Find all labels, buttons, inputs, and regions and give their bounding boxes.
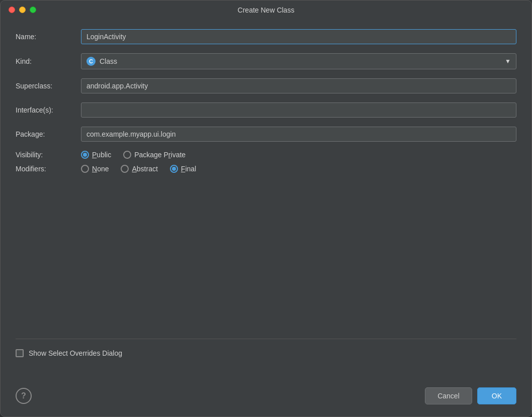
maximize-button[interactable]	[30, 7, 36, 13]
name-row: Name:	[16, 29, 516, 44]
kind-value: Class	[100, 57, 505, 65]
dialog-title: Create New Class	[238, 6, 295, 14]
modifier-none-option[interactable]: None	[81, 165, 109, 173]
visibility-package-private-label: Package Private	[134, 151, 186, 159]
visibility-row: Visibility: Public Package Private	[16, 151, 516, 159]
help-button[interactable]: ?	[16, 388, 32, 404]
modifier-final-option[interactable]: Final	[170, 165, 196, 173]
close-button[interactable]	[9, 7, 15, 13]
interfaces-label: Interface(s):	[16, 106, 81, 114]
name-label: Name:	[16, 33, 81, 41]
modifiers-label: Modifiers:	[16, 165, 81, 173]
modifier-abstract-label: Abstract	[132, 165, 157, 173]
visibility-public-radio[interactable]	[81, 151, 89, 159]
superclass-input[interactable]	[81, 78, 516, 93]
action-buttons: Cancel OK	[425, 387, 516, 404]
modifiers-row: Modifiers: None Abstract Final	[16, 165, 516, 173]
minimize-button[interactable]	[19, 7, 26, 13]
modifiers-radio-group: None Abstract Final	[81, 165, 516, 173]
superclass-label: Superclass:	[16, 82, 81, 90]
name-input[interactable]	[81, 29, 516, 44]
modifier-abstract-option[interactable]: Abstract	[121, 165, 157, 173]
visibility-public-option[interactable]: Public	[81, 151, 111, 159]
interfaces-row: Interface(s):	[16, 102, 516, 118]
modifier-none-radio[interactable]	[81, 165, 89, 173]
visibility-package-private-radio[interactable]	[123, 151, 131, 159]
kind-label: Kind:	[16, 57, 81, 65]
show-overrides-label: Show Select Overrides Dialog	[29, 349, 122, 357]
checkbox-row: Show Select Overrides Dialog	[16, 349, 516, 357]
modifier-final-radio[interactable]	[170, 165, 178, 173]
dialog-window: Create New Class Name: Kind: C Class ▼ S…	[0, 0, 532, 417]
show-overrides-checkbox[interactable]	[16, 349, 24, 357]
dialog-body: Name: Kind: C Class ▼ Superclass: Interf…	[1, 19, 531, 377]
visibility-public-label: Public	[92, 151, 111, 159]
chevron-down-icon: ▼	[505, 58, 511, 65]
visibility-package-private-option[interactable]: Package Private	[123, 151, 186, 159]
kind-row: Kind: C Class ▼	[16, 53, 516, 69]
divider	[16, 339, 516, 339]
visibility-radio-group: Public Package Private	[81, 151, 516, 159]
ok-button[interactable]: OK	[477, 387, 516, 404]
superclass-row: Superclass:	[16, 78, 516, 93]
title-bar: Create New Class	[1, 1, 531, 19]
kind-icon: C	[86, 57, 96, 66]
dialog-footer: ? Cancel OK	[1, 377, 531, 416]
package-input[interactable]	[81, 127, 516, 142]
cancel-button[interactable]: Cancel	[425, 387, 472, 404]
interfaces-input[interactable]	[81, 102, 516, 118]
kind-dropdown[interactable]: C Class ▼	[81, 53, 516, 69]
package-label: Package:	[16, 130, 81, 138]
visibility-label: Visibility:	[16, 151, 81, 159]
traffic-lights	[9, 7, 36, 13]
modifier-none-label: None	[92, 165, 109, 173]
modifier-final-label: Final	[181, 165, 196, 173]
modifier-abstract-radio[interactable]	[121, 165, 129, 173]
package-row: Package:	[16, 127, 516, 142]
